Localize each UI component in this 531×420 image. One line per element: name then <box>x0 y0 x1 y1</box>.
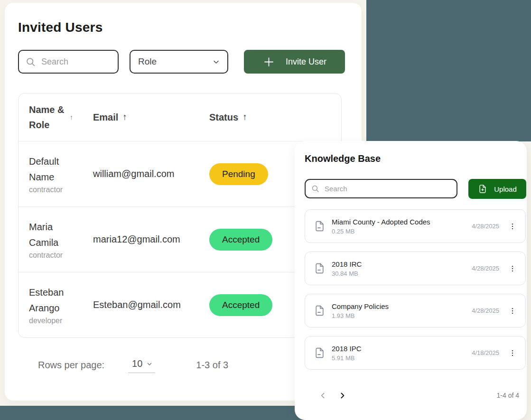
background-accent-bottom <box>0 406 332 420</box>
kebab-menu-icon[interactable] <box>507 348 518 358</box>
column-header-name-role[interactable]: Name & Role ↑ <box>29 102 93 132</box>
column-header-label: Name & Role <box>29 102 67 132</box>
invite-user-button[interactable]: Invite User <box>244 50 345 74</box>
table-row[interactable]: Maria Camila contractor maria12@gmail.co… <box>19 206 341 272</box>
file-date: 4/18/2025 <box>472 349 499 356</box>
users-search-input[interactable] <box>40 56 111 67</box>
file-size: 0.25 MB <box>332 228 430 235</box>
file-size: 30.84 MB <box>332 270 362 277</box>
document-icon <box>314 347 326 359</box>
page-title: Invited Users <box>18 20 102 35</box>
user-role: contractor <box>29 251 93 260</box>
file-size: 1.93 MB <box>332 312 389 319</box>
rows-per-page-value: 10 <box>132 358 142 369</box>
document-icon <box>314 220 326 232</box>
user-email: maria12@gmail.com <box>93 234 209 245</box>
sort-ascending-icon: ↑ <box>122 112 127 122</box>
file-list-item[interactable]: Miami County - Adopted Codes 0.25 MB 4/2… <box>305 209 526 243</box>
previous-page-button[interactable] <box>319 392 327 400</box>
file-info: 2018 IRC 30.84 MB <box>332 260 362 277</box>
rows-per-page-label: Rows per page: <box>38 360 104 371</box>
status-badge: Pending <box>209 163 268 185</box>
file-name: Miami County - Adopted Codes <box>332 218 430 226</box>
file-name: 2018 IRC <box>332 260 362 268</box>
file-list: Miami County - Adopted Codes 0.25 MB 4/2… <box>305 209 526 378</box>
file-plus-icon <box>478 184 487 194</box>
file-info: Company Policies 1.93 MB <box>332 302 389 319</box>
user-name: Default Name <box>29 154 78 185</box>
document-icon <box>314 305 326 317</box>
document-icon <box>314 262 326 274</box>
sort-ascending-icon: ↑ <box>242 112 247 122</box>
user-role: developer <box>29 317 93 325</box>
user-role: contractor <box>29 186 93 194</box>
users-search-field[interactable] <box>18 50 119 74</box>
invited-users-table: Name & Role ↑ Email ↑ Status ↑ Default N… <box>18 93 342 338</box>
user-name-role-cell: Maria Camila contractor <box>29 219 93 260</box>
pagination-range-label: 1-4 of 4 <box>497 392 519 399</box>
file-list-item[interactable]: 2018 IPC 5.91 MB 4/18/2025 <box>305 336 526 370</box>
user-email: william@gmail.com <box>93 168 209 179</box>
file-date: 4/28/2025 <box>472 307 499 314</box>
user-name: Esteban Arango <box>29 285 78 316</box>
table-header-row: Name & Role ↑ Email ↑ Status ↑ <box>19 93 341 141</box>
upload-button-label: Upload <box>494 185 517 193</box>
search-icon <box>311 185 319 193</box>
column-header-status[interactable]: Status ↑ <box>209 112 333 123</box>
status-badge: Accepted <box>209 229 272 251</box>
column-header-label: Email <box>93 112 118 123</box>
file-list-item[interactable]: 2018 IRC 30.84 MB 4/28/2025 <box>305 252 526 285</box>
user-name-role-cell: Default Name contractor <box>29 154 93 194</box>
table-row[interactable]: Default Name contractor william@gmail.co… <box>19 141 341 206</box>
user-email: Esteban@gmail.com <box>93 299 209 310</box>
page-canvas: Invited Users Role Invit <box>0 0 531 420</box>
file-info: 2018 IPC 5.91 MB <box>332 345 362 362</box>
sort-ascending-icon: ↑ <box>70 113 73 121</box>
knowledge-base-title: Knowledge Base <box>305 153 381 164</box>
user-name: Maria Camila <box>29 219 78 251</box>
knowledge-base-search-field[interactable] <box>305 179 457 198</box>
file-name: 2018 IPC <box>332 345 362 353</box>
kebab-menu-icon[interactable] <box>507 306 518 316</box>
chevron-down-icon <box>213 58 220 65</box>
upload-button[interactable]: Upload <box>468 179 526 199</box>
file-date: 4/28/2025 <box>472 223 499 230</box>
file-info: Miami County - Adopted Codes 0.25 MB <box>332 218 430 235</box>
plus-icon <box>262 56 275 68</box>
role-filter-value: Role <box>138 56 157 67</box>
rows-per-page-select[interactable]: 10 <box>128 357 155 373</box>
column-header-label: Status <box>209 112 238 123</box>
kebab-menu-icon[interactable] <box>507 263 518 274</box>
search-icon <box>26 57 36 67</box>
role-filter-select[interactable]: Role <box>130 50 228 74</box>
invite-user-button-label: Invite User <box>286 57 326 67</box>
kebab-menu-icon[interactable] <box>507 221 518 232</box>
file-list-item[interactable]: Company Policies 1.93 MB 4/28/2025 <box>305 294 526 327</box>
pagination-range-label: 1-3 of 3 <box>196 360 228 371</box>
column-header-email[interactable]: Email ↑ <box>93 112 209 123</box>
knowledge-base-panel: Knowledge Base Upload <box>295 141 527 420</box>
chevron-down-icon <box>147 361 152 367</box>
table-row[interactable]: Esteban Arango developer Esteban@gmail.c… <box>19 272 341 337</box>
next-page-button[interactable] <box>338 392 346 400</box>
file-list-pagination: 1-4 of 4 <box>305 387 519 404</box>
file-size: 5.91 MB <box>332 355 362 362</box>
user-name-role-cell: Esteban Arango developer <box>29 285 93 325</box>
file-name: Company Policies <box>332 302 389 310</box>
background-accent-top-right <box>366 0 531 141</box>
file-date: 4/28/2025 <box>472 265 499 272</box>
table-pagination: Rows per page: 10 1-3 of 3 <box>38 353 319 377</box>
knowledge-base-search-input[interactable] <box>324 184 451 193</box>
status-badge: Accepted <box>209 294 272 316</box>
